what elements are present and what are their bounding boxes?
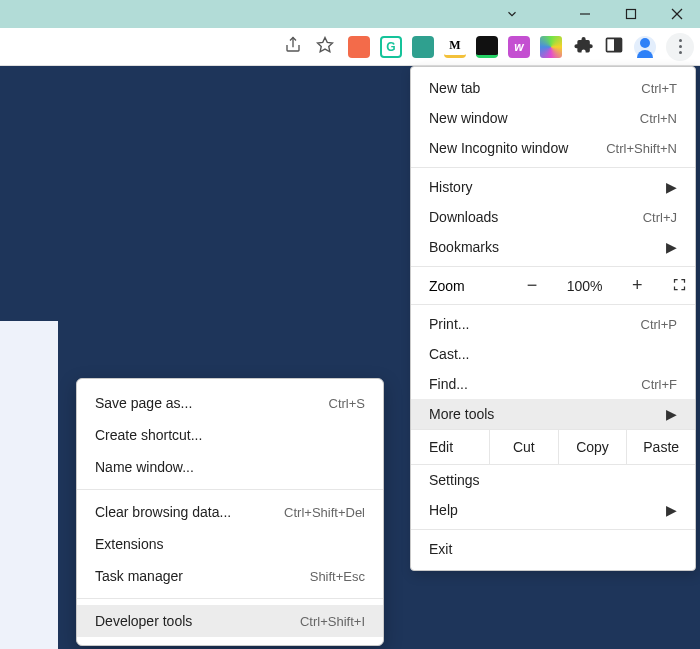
maximize-button[interactable]	[608, 0, 654, 28]
menu-history[interactable]: History ▶	[411, 172, 695, 202]
extension-w-icon[interactable]: w	[508, 36, 530, 58]
svg-marker-5	[318, 38, 333, 52]
menu-new-window[interactable]: New window Ctrl+N	[411, 103, 695, 133]
submenu-shortcut: Ctrl+Shift+Del	[284, 505, 365, 520]
menu-more-tools[interactable]: More tools ▶	[411, 399, 695, 429]
menu-downloads[interactable]: Downloads Ctrl+J	[411, 202, 695, 232]
menu-shortcut: Ctrl+P	[641, 317, 677, 332]
menu-label: Settings	[429, 472, 480, 488]
menu-label: History	[429, 179, 473, 195]
menu-label: Exit	[429, 541, 452, 557]
menu-label: More tools	[429, 406, 494, 422]
customize-chrome-button[interactable]	[666, 33, 694, 61]
side-panel-icon[interactable]	[604, 35, 624, 58]
page-panel	[0, 321, 58, 649]
submenu-label: Save page as...	[95, 395, 192, 411]
menu-settings[interactable]: Settings	[411, 465, 695, 495]
submenu-label: Extensions	[95, 536, 163, 552]
menu-shortcut: Ctrl+N	[640, 111, 677, 126]
menu-separator	[411, 167, 695, 168]
edit-paste-button[interactable]: Paste	[626, 430, 695, 464]
menu-shortcut: Ctrl+J	[643, 210, 677, 225]
submenu-caret-icon: ▶	[666, 179, 677, 195]
menu-shortcut: Ctrl+F	[641, 377, 677, 392]
menu-exit[interactable]: Exit	[411, 534, 695, 564]
submenu-shortcut: Ctrl+S	[329, 396, 365, 411]
svg-rect-1	[627, 10, 636, 19]
menu-separator	[411, 529, 695, 530]
submenu-caret-icon: ▶	[666, 239, 677, 255]
menu-zoom: Zoom − 100% +	[411, 271, 695, 300]
profile-avatar-icon[interactable]	[634, 36, 656, 58]
menu-cast[interactable]: Cast...	[411, 339, 695, 369]
submenu-label: Clear browsing data...	[95, 504, 231, 520]
submenu-label: Name window...	[95, 459, 194, 475]
zoom-percent: 100%	[567, 278, 603, 294]
submenu-task-manager[interactable]: Task manager Shift+Esc	[77, 560, 383, 592]
menu-label: Find...	[429, 376, 468, 392]
menu-separator	[411, 266, 695, 267]
browser-toolbar: G M w	[0, 28, 700, 66]
extension-5-icon[interactable]	[476, 36, 498, 58]
extension-7-icon[interactable]	[540, 36, 562, 58]
menu-bookmarks[interactable]: Bookmarks ▶	[411, 232, 695, 262]
titlebar	[0, 0, 700, 28]
menu-label: Downloads	[429, 209, 498, 225]
submenu-caret-icon: ▶	[666, 406, 677, 422]
menu-new-incognito[interactable]: New Incognito window Ctrl+Shift+N	[411, 133, 695, 163]
menu-label: Cast...	[429, 346, 469, 362]
extension-icons: G M w	[348, 36, 562, 58]
menu-separator	[411, 304, 695, 305]
submenu-label: Create shortcut...	[95, 427, 202, 443]
submenu-create-shortcut[interactable]: Create shortcut...	[77, 419, 383, 451]
share-icon[interactable]	[284, 36, 302, 57]
edit-label: Edit	[411, 430, 489, 464]
extension-3-icon[interactable]	[412, 36, 434, 58]
star-icon[interactable]	[316, 36, 334, 57]
submenu-separator	[77, 598, 383, 599]
more-tools-submenu: Save page as... Ctrl+S Create shortcut..…	[76, 378, 384, 646]
menu-find[interactable]: Find... Ctrl+F	[411, 369, 695, 399]
menu-help[interactable]: Help ▶	[411, 495, 695, 525]
submenu-label: Task manager	[95, 568, 183, 584]
menu-shortcut: Ctrl+T	[641, 81, 677, 96]
edit-cut-button[interactable]: Cut	[489, 430, 558, 464]
extension-grammarly-icon[interactable]: G	[380, 36, 402, 58]
menu-edit-row: Edit Cut Copy Paste	[411, 429, 695, 465]
submenu-save-page[interactable]: Save page as... Ctrl+S	[77, 387, 383, 419]
zoom-label: Zoom	[429, 278, 507, 294]
edit-copy-button[interactable]: Copy	[558, 430, 627, 464]
extension-m-icon[interactable]: M	[444, 36, 466, 58]
menu-shortcut: Ctrl+Shift+N	[606, 141, 677, 156]
menu-label: Bookmarks	[429, 239, 499, 255]
fullscreen-icon[interactable]	[672, 277, 687, 295]
extensions-puzzle-icon[interactable]	[574, 35, 594, 58]
menu-label: New tab	[429, 80, 480, 96]
submenu-shortcut: Ctrl+Shift+I	[300, 614, 365, 629]
chrome-main-menu: New tab Ctrl+T New window Ctrl+N New Inc…	[410, 66, 696, 571]
menu-label: New window	[429, 110, 508, 126]
submenu-developer-tools[interactable]: Developer tools Ctrl+Shift+I	[77, 605, 383, 637]
chevron-down-icon[interactable]	[492, 0, 532, 28]
submenu-caret-icon: ▶	[666, 502, 677, 518]
zoom-out-button[interactable]: −	[519, 275, 545, 296]
submenu-extensions[interactable]: Extensions	[77, 528, 383, 560]
close-button[interactable]	[654, 0, 700, 28]
svg-rect-8	[615, 38, 622, 51]
submenu-name-window[interactable]: Name window...	[77, 451, 383, 483]
submenu-shortcut: Shift+Esc	[310, 569, 365, 584]
minimize-button[interactable]	[562, 0, 608, 28]
menu-label: Print...	[429, 316, 469, 332]
submenu-label: Developer tools	[95, 613, 192, 629]
submenu-separator	[77, 489, 383, 490]
submenu-clear-browsing-data[interactable]: Clear browsing data... Ctrl+Shift+Del	[77, 496, 383, 528]
menu-new-tab[interactable]: New tab Ctrl+T	[411, 73, 695, 103]
extension-1-icon[interactable]	[348, 36, 370, 58]
menu-label: New Incognito window	[429, 140, 568, 156]
zoom-in-button[interactable]: +	[624, 275, 650, 296]
menu-print[interactable]: Print... Ctrl+P	[411, 309, 695, 339]
menu-label: Help	[429, 502, 458, 518]
